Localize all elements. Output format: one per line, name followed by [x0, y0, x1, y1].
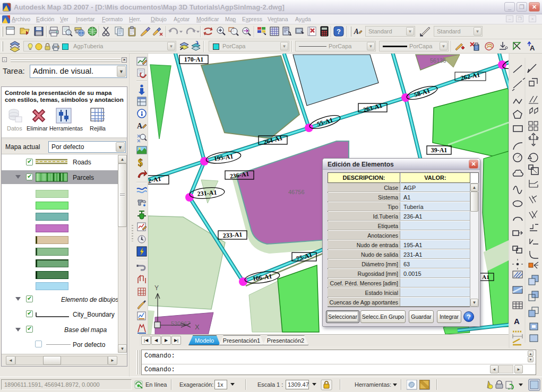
- svg-text:106-A1: 106-A1: [252, 273, 272, 283]
- svg-text:2-A1: 2-A1: [148, 175, 161, 185]
- svg-text:56135: 56135: [430, 57, 446, 64]
- svg-text:?: ?: [337, 28, 341, 36]
- svg-text:46756: 46756: [288, 189, 305, 195]
- svg-text:X: X: [195, 323, 200, 331]
- svg-text:170-A1: 170-A1: [184, 56, 204, 63]
- svg-text:Y: Y: [154, 284, 159, 292]
- svg-text:A: A: [530, 44, 535, 52]
- svg-text:A: A: [354, 28, 359, 36]
- svg-text:39-A1: 39-A1: [431, 146, 448, 154]
- svg-text:58-A1: 58-A1: [413, 87, 431, 99]
- svg-text:A: A: [514, 317, 520, 326]
- svg-text:A1: A1: [482, 274, 489, 280]
- svg-text:262-A1: 262-A1: [460, 71, 481, 82]
- svg-text:$: $: [138, 158, 143, 168]
- svg-text:A: A: [137, 122, 143, 130]
- svg-text:233-A1: 233-A1: [222, 231, 243, 240]
- svg-text:195-A1: 195-A1: [213, 153, 234, 163]
- svg-text:55-A1: 55-A1: [316, 116, 333, 128]
- svg-text:231-A1: 231-A1: [197, 188, 217, 197]
